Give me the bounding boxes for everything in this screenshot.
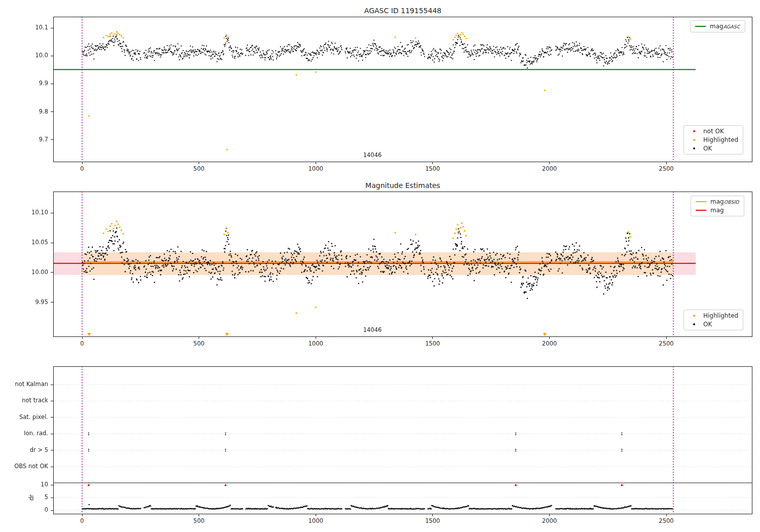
x-tick-label: 1000: [309, 340, 323, 347]
x-tick-mark: [666, 337, 667, 339]
top-legend-markers: not OKHighlightedOK: [683, 125, 743, 155]
y-tick-mark: [51, 434, 53, 434]
x-tick-mark: [549, 337, 550, 339]
x-tick-label: 1000: [309, 165, 323, 172]
mag-agasc-line-swatch: [695, 26, 706, 27]
x-tick-label: 1000: [309, 517, 323, 524]
y-tick-label: 9.9: [3, 80, 48, 87]
x-tick-label: 2000: [542, 165, 557, 172]
y-tick-mark: [51, 272, 53, 273]
top-legend-line: magAGASC: [690, 20, 745, 32]
flag-row-label: Sat. pixel.: [3, 413, 48, 421]
x-tick-mark: [666, 162, 667, 164]
x-tick-label: 500: [194, 165, 205, 172]
flag-row-label: dr > 5: [3, 446, 48, 453]
dr-tick-label: 10: [3, 481, 48, 488]
middle-plot-title: Magnitude Estimates: [365, 181, 440, 189]
legend-entry: Highlighted: [689, 136, 738, 143]
y-tick-mark: [51, 485, 53, 485]
legend-label: magAGASC: [710, 23, 740, 30]
y-tick-label: 9.95: [3, 298, 48, 306]
x-tick-mark: [666, 514, 667, 516]
legend-label: not OK: [703, 128, 724, 135]
middle-legend-lines: magOBSIDmag: [691, 196, 744, 216]
legend-entry: not OK: [689, 128, 738, 135]
y-tick-mark: [51, 498, 53, 498]
legend-entry: Highlighted: [689, 312, 738, 319]
x-tick-label: 500: [194, 340, 205, 347]
x-tick-label: 1500: [425, 165, 440, 172]
y-tick-mark: [51, 417, 53, 417]
x-tick-label: 0: [80, 165, 84, 172]
x-tick-mark: [549, 162, 550, 164]
middle-legend-markers: HighlightedOK: [683, 310, 743, 330]
figure: AGASC ID 119155448 Magnitude Estimates 1…: [0, 0, 760, 532]
y-tick-mark: [51, 450, 53, 450]
y-tick-mark: [51, 467, 53, 467]
x-tick-label: 1500: [425, 340, 440, 347]
x-tick-mark: [199, 514, 199, 516]
legend-entry: OK: [689, 145, 738, 152]
x-tick-label: 2500: [659, 517, 673, 524]
x-tick-mark: [199, 337, 199, 339]
x-tick-mark: [82, 337, 83, 339]
legend-marker-swatch: [693, 147, 695, 149]
x-tick-label: 500: [194, 517, 205, 524]
flag-row-label: not track: [3, 397, 48, 404]
bottom-plot-canvas: [53, 366, 752, 514]
legend-label: mag: [710, 207, 724, 214]
legend-label: OK: [703, 145, 712, 152]
top-obsid-annotation: 14046: [363, 151, 382, 159]
legend-label: magOBSID: [710, 198, 739, 205]
legend-entry: magOBSID: [696, 198, 739, 205]
y-tick-mark: [51, 111, 53, 112]
y-tick-label: 10.05: [3, 239, 48, 246]
y-tick-label: 10.0: [3, 52, 48, 59]
y-tick-mark: [51, 213, 53, 213]
x-tick-label: 0: [80, 340, 84, 347]
x-tick-mark: [432, 337, 433, 339]
legend-entry: OK: [689, 321, 738, 328]
x-tick-label: 2000: [542, 517, 557, 524]
flag-row-label: not Kalman: [3, 381, 48, 388]
legend-line-swatch: [696, 201, 706, 203]
x-tick-mark: [549, 514, 550, 516]
middle-plot-canvas: [53, 192, 752, 337]
x-tick-label: 2500: [659, 340, 673, 347]
legend-label: OK: [703, 321, 712, 328]
legend-marker-swatch: [693, 130, 695, 132]
x-tick-mark: [82, 162, 83, 164]
y-tick-mark: [51, 28, 53, 28]
flag-row-label: OBS not OK: [3, 463, 48, 470]
legend-entry: mag: [696, 207, 739, 214]
legend-label: Highlighted: [703, 136, 738, 143]
x-tick-mark: [316, 514, 316, 516]
x-tick-label: 2500: [659, 165, 673, 172]
x-tick-mark: [82, 514, 83, 516]
y-tick-mark: [51, 84, 53, 84]
legend-marker-swatch: [693, 315, 695, 317]
y-tick-label: 10.00: [3, 269, 48, 276]
x-tick-mark: [316, 162, 316, 164]
legend-marker-swatch: [693, 323, 695, 325]
y-tick-label: 10.1: [3, 24, 48, 31]
x-tick-mark: [199, 162, 199, 164]
legend-marker-swatch: [693, 139, 695, 141]
y-tick-mark: [51, 56, 53, 56]
y-tick-mark: [51, 302, 53, 302]
y-tick-mark: [51, 510, 53, 511]
top-plot-title: AGASC ID 119155448: [364, 7, 441, 15]
top-plot-axes: [53, 17, 752, 162]
y-tick-mark: [51, 243, 53, 243]
middle-plot-axes: [53, 192, 752, 337]
x-tick-label: 0: [80, 517, 84, 524]
dr-tick-label: 0: [3, 506, 48, 513]
y-tick-mark: [51, 385, 53, 385]
top-plot-canvas: [53, 17, 752, 162]
y-tick-label: 9.7: [3, 136, 48, 143]
y-tick-mark: [51, 139, 53, 140]
y-tick-mark: [51, 401, 53, 401]
bottom-plot-axes: [53, 366, 752, 514]
legend-line-swatch: [696, 210, 706, 211]
x-tick-mark: [432, 162, 433, 164]
